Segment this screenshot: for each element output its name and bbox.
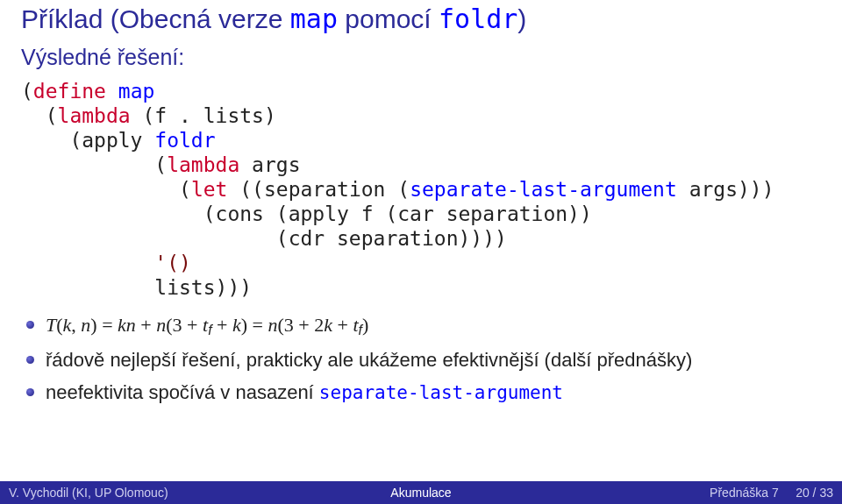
code-line-4: (lambda args [21,153,301,176]
slide: Příklad (Obecná verze map pomocí foldr) … [0,0,842,504]
code-line-7: (cdr separation)))) [21,227,507,250]
bullet-best-solution: řádově nejlepší řešení, prakticky ale uk… [21,347,821,373]
slide-content: Příklad (Obecná verze map pomocí foldr) … [0,0,842,406]
footer-title: Akumulace [283,486,558,500]
title-code-foldr: foldr [439,4,517,34]
bullet-inefficiency-code: separate-last-argument [319,382,563,403]
footer-author: V. Vychodil (KI, UP Olomouc) [0,486,283,500]
title-prefix: Příklad (Obecná verze [21,4,290,33]
code-line-5: (let ((separation (separate-last-argumen… [21,178,774,201]
footer: V. Vychodil (KI, UP Olomouc) Akumulace P… [0,481,842,504]
title-middle: pomocí [338,4,439,33]
bullet-inefficiency-text: neefektivita spočívá v nasazení [46,381,319,403]
code-line-8: '() [21,252,191,274]
footer-lecture-label: Přednáška 7 [710,486,779,500]
footer-page-number: 20 / 33 [796,486,833,500]
code-line-2: (lambda (f . lists) [21,104,276,127]
slide-title: Příklad (Obecná verze map pomocí foldr) [21,4,821,34]
footer-page: Přednáška 7 20 / 33 [559,486,842,500]
title-code-map: map [290,4,338,34]
subtitle: Výsledné řešení: [21,45,821,70]
bullet-inefficiency: neefektivita spočívá v nasazení separate… [21,380,821,406]
bullet-complexity: T(k, n) = kn + n(3 + tf + k) = n(3 + 2k … [21,312,821,339]
code-line-6: (cons (apply f (car separation)) [21,202,592,225]
bullet-list: T(k, n) = kn + n(3 + tf + k) = n(3 + 2k … [21,312,821,406]
code-line-9: lists))) [21,276,252,299]
code-line-3: (apply foldr [21,129,216,152]
title-suffix: ) [517,4,526,33]
code-block: (define map (lambda (f . lists) (apply f… [21,79,821,300]
code-line-1: (define map [21,80,154,103]
